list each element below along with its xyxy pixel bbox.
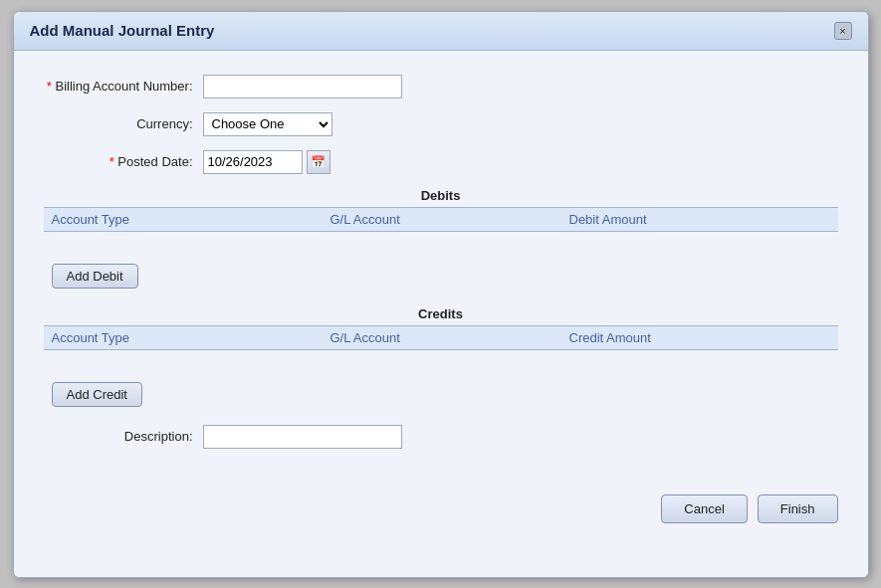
add-credit-button[interactable]: Add Credit bbox=[52, 382, 142, 407]
dialog-add-manual-journal-entry: Add Manual Journal Entry × * Billing Acc… bbox=[13, 11, 869, 578]
credits-section: Credits Account Type G/L Account Credit … bbox=[44, 306, 838, 415]
billing-account-label: * Billing Account Number: bbox=[44, 79, 203, 94]
description-label: Description: bbox=[44, 429, 203, 444]
debits-col-gl-account: G/L Account bbox=[330, 212, 569, 227]
billing-account-input[interactable] bbox=[203, 75, 402, 98]
close-button[interactable]: × bbox=[834, 22, 852, 40]
add-debit-button[interactable]: Add Debit bbox=[52, 264, 138, 289]
dialog-body: * Billing Account Number: Currency: Choo… bbox=[14, 51, 868, 479]
credits-title: Credits bbox=[44, 306, 838, 321]
description-row: Description: bbox=[44, 425, 838, 449]
currency-row: Currency: Choose One USD EUR GBP CAD bbox=[44, 112, 838, 136]
dialog-title: Add Manual Journal Entry bbox=[30, 22, 215, 39]
debits-empty-row bbox=[44, 236, 838, 256]
description-input[interactable] bbox=[203, 425, 402, 449]
currency-select[interactable]: Choose One USD EUR GBP CAD bbox=[203, 112, 332, 136]
credits-empty-row bbox=[44, 354, 838, 374]
credits-col-credit-amount: Credit Amount bbox=[569, 330, 830, 345]
credits-table-header: Account Type G/L Account Credit Amount bbox=[44, 325, 838, 350]
credits-col-account-type: Account Type bbox=[52, 330, 330, 345]
currency-label: Currency: bbox=[44, 116, 203, 131]
finish-button[interactable]: Finish bbox=[758, 494, 838, 523]
credits-col-gl-account: G/L Account bbox=[330, 330, 569, 345]
calendar-button[interactable]: 📅 bbox=[307, 150, 330, 174]
calendar-icon: 📅 bbox=[311, 155, 326, 169]
date-row: 📅 bbox=[203, 150, 330, 174]
cancel-button[interactable]: Cancel bbox=[661, 494, 747, 523]
debits-section: Debits Account Type G/L Account Debit Am… bbox=[44, 188, 838, 296]
posted-date-label: * Posted Date: bbox=[44, 154, 203, 169]
dialog-footer: Cancel Finish bbox=[14, 479, 868, 543]
debits-table-header: Account Type G/L Account Debit Amount bbox=[44, 207, 838, 232]
debits-title: Debits bbox=[44, 188, 838, 203]
dialog-header: Add Manual Journal Entry × bbox=[14, 12, 868, 51]
debits-col-account-type: Account Type bbox=[52, 212, 330, 227]
posted-date-input[interactable] bbox=[203, 150, 303, 174]
posted-date-row: * Posted Date: 📅 bbox=[44, 150, 838, 174]
billing-account-row: * Billing Account Number: bbox=[44, 75, 838, 98]
debits-col-debit-amount: Debit Amount bbox=[569, 212, 830, 227]
